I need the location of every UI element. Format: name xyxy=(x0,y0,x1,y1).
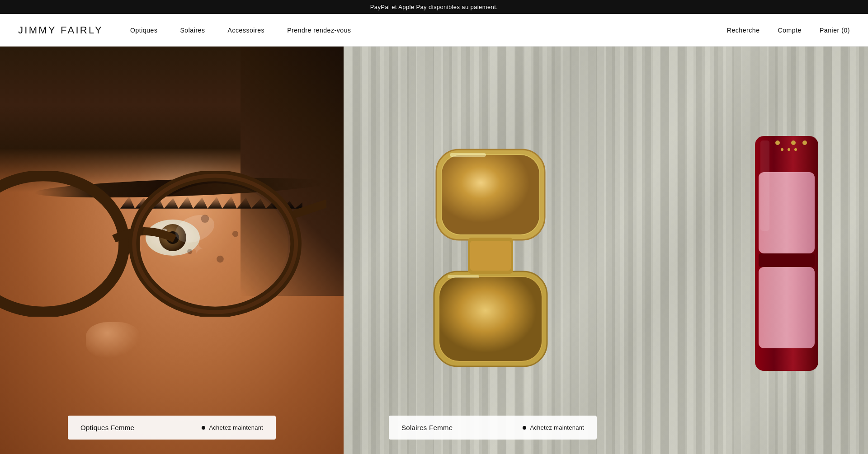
svg-point-8 xyxy=(232,231,238,237)
svg-point-25 xyxy=(791,140,796,145)
svg-rect-23 xyxy=(759,267,815,348)
svg-rect-17 xyxy=(439,277,542,361)
svg-point-10 xyxy=(187,249,192,254)
svg-point-9 xyxy=(217,256,224,263)
svg-rect-28 xyxy=(760,140,769,231)
cta-dot-optiques xyxy=(202,426,205,430)
hero-panel-right: Solaires Femme Achetez maintenant xyxy=(344,47,868,454)
nav-item-rdv[interactable]: Prendre rendez-vous xyxy=(287,26,351,34)
svg-rect-20 xyxy=(470,241,511,271)
nav-item-solaires[interactable]: Solaires xyxy=(180,26,205,34)
svg-point-0 xyxy=(0,176,124,312)
svg-text:✦: ✦ xyxy=(190,240,203,257)
cta-button-solaires[interactable]: Solaires Femme Achetez maintenant xyxy=(389,416,597,440)
svg-rect-14 xyxy=(450,153,486,157)
cart-button[interactable]: Panier (0) xyxy=(820,27,850,34)
nav-link-rdv[interactable]: Prendre rendez-vous xyxy=(287,27,351,34)
nav-link-optiques[interactable]: Optiques xyxy=(130,27,158,34)
main-nav: Optiques Solaires Accessoires Prendre re… xyxy=(130,26,351,34)
svg-point-4 xyxy=(142,183,288,304)
logo[interactable]: JIMMY FAIRLY xyxy=(18,24,103,36)
cta-link-solaires[interactable]: Achetez maintenant xyxy=(523,424,584,431)
svg-line-2 xyxy=(296,204,326,214)
dark-red-glasses-display xyxy=(741,127,832,382)
nav-links: Optiques Solaires Accessoires Prendre re… xyxy=(130,26,351,34)
header-right: Recherche Compte Panier (0) xyxy=(727,27,850,34)
nav-item-accessoires[interactable]: Accessoires xyxy=(228,26,265,34)
header-left: JIMMY FAIRLY Optiques Solaires Accessoir… xyxy=(18,24,351,36)
cta-dot-solaires xyxy=(523,426,526,430)
cta-label-optiques: Optiques Femme xyxy=(80,424,134,431)
cta-button-optiques[interactable]: Optiques Femme Achetez maintenant xyxy=(68,416,276,440)
svg-point-31 xyxy=(794,148,797,151)
svg-point-26 xyxy=(802,140,807,145)
nav-link-solaires[interactable]: Solaires xyxy=(180,27,205,34)
nav-link-accessoires[interactable]: Accessoires xyxy=(228,27,265,34)
announcement-bar: PayPal et Apple Pay disponibles au paiem… xyxy=(0,0,868,14)
hero-section: ✦ Optiques Femme Achetez maintenant xyxy=(0,47,868,454)
svg-rect-18 xyxy=(448,275,479,278)
cta-label-solaires: Solaires Femme xyxy=(401,424,453,431)
nav-item-optiques[interactable]: Optiques xyxy=(130,26,158,34)
hero-panel-right-bg: Solaires Femme Achetez maintenant xyxy=(344,47,868,454)
svg-point-29 xyxy=(781,148,783,151)
search-button[interactable]: Recherche xyxy=(727,27,760,34)
gold-glasses-display xyxy=(427,136,554,373)
svg-point-24 xyxy=(775,140,780,145)
account-button[interactable]: Compte xyxy=(778,27,802,34)
announcement-text: PayPal et Apple Pay disponibles au paiem… xyxy=(370,4,498,10)
hero-panel-left: ✦ Optiques Femme Achetez maintenant xyxy=(0,47,344,454)
svg-rect-27 xyxy=(759,253,815,267)
svg-point-30 xyxy=(788,148,790,151)
svg-rect-13 xyxy=(442,155,539,234)
cta-link-optiques[interactable]: Achetez maintenant xyxy=(202,424,263,431)
cta-link-text-optiques: Achetez maintenant xyxy=(209,424,263,431)
header: JIMMY FAIRLY Optiques Solaires Accessoir… xyxy=(0,14,868,47)
svg-point-7 xyxy=(201,215,209,223)
cta-link-text-solaires: Achetez maintenant xyxy=(530,424,584,431)
